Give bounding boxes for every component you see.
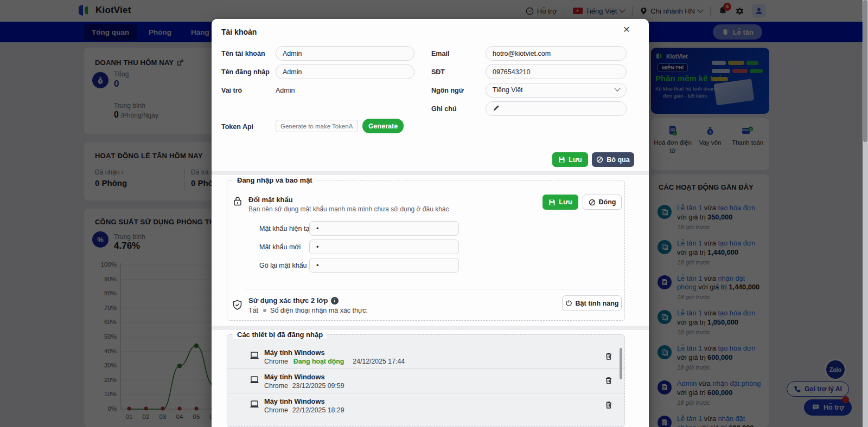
laptop-icon — [249, 351, 260, 360]
current-password-input[interactable] — [309, 221, 459, 236]
save-label: Lưu — [569, 156, 582, 164]
token-api-label: Token Api — [221, 123, 253, 131]
change-password-title: Đổi mật khẩu — [248, 196, 293, 204]
devices-fieldset: Máy tính Windows ChromeĐang hoạt động24/… — [227, 334, 625, 427]
close-icon[interactable]: × — [620, 22, 634, 36]
new-password-input[interactable] — [309, 240, 459, 254]
account-name-input[interactable] — [276, 46, 414, 61]
chevron-down-icon — [614, 85, 620, 91]
modal-title: Tài khoản — [221, 28, 257, 36]
device-row: Máy tính Windows Chrome22/12/2025 18:29 — [227, 393, 626, 418]
enable-2fa-label: Bật tính năng — [576, 300, 619, 307]
floppy-icon — [558, 156, 565, 163]
shield-check-icon — [233, 300, 242, 310]
floppy-icon — [548, 199, 556, 206]
language-select[interactable]: Tiếng Việt — [486, 83, 627, 98]
new-password-label: Mật khẩu mới — [259, 243, 301, 251]
login-name-label: Tên đăng nhập — [221, 68, 270, 76]
ban-icon — [596, 156, 603, 163]
device-status: Đang hoạt động — [293, 358, 344, 365]
password-save-button[interactable]: Lưu — [542, 195, 578, 210]
twofa-status-row: TắtSố điện thoại nhận mã xác thực: — [248, 307, 368, 314]
twofa-desc: Số điện thoại nhận mã xác thực: — [270, 307, 368, 314]
password-close-label: Đóng — [599, 198, 616, 206]
device-name: Máy tính Windows — [264, 373, 325, 381]
change-password-hint: Bạn nên sử dụng mật khẩu mạnh mà mình ch… — [248, 205, 449, 213]
note-input[interactable] — [486, 101, 627, 116]
device-datetime: 22/12/2025 18:29 — [292, 406, 344, 414]
password-save-label: Lưu — [559, 198, 572, 206]
device-name: Máy tính Windows — [264, 397, 325, 405]
laptop-icon — [249, 376, 260, 385]
device-datetime: 24/12/2025 17:44 — [353, 358, 405, 365]
divider — [243, 289, 623, 289]
email-label: Email — [431, 50, 449, 57]
login-name-input[interactable] — [276, 64, 414, 79]
device-browser: Chrome — [264, 406, 288, 414]
lock-icon — [233, 196, 242, 206]
device-name: Máy tính Windows — [264, 348, 325, 357]
role-label: Vai trò — [221, 87, 242, 94]
token-api-input[interactable] — [276, 120, 358, 132]
device-row: Máy tính Windows ChromeĐang hoạt động24/… — [227, 345, 626, 369]
ban-icon — [589, 199, 596, 206]
device-browser: Chrome — [264, 358, 288, 365]
account-modal: Tài khoản × Tên tài khoản Tên đăng nhập … — [212, 19, 649, 427]
device-browser: Chrome — [264, 382, 288, 390]
role-value: Admin — [276, 87, 295, 94]
language-value: Tiếng Việt — [493, 86, 523, 94]
devices-scrollbar-thumb[interactable] — [620, 348, 622, 379]
twofa-title: Sử dụng xác thực 2 lớp — [248, 296, 328, 305]
trash-icon[interactable] — [605, 352, 612, 360]
email-input[interactable] — [486, 46, 627, 61]
phone-input[interactable] — [486, 64, 627, 79]
page-scrollbar[interactable] — [863, 0, 868, 427]
power-icon — [565, 300, 572, 307]
phone-label: SĐT — [431, 68, 445, 76]
note-label: Ghi chú — [431, 105, 457, 113]
trash-icon[interactable] — [605, 400, 612, 409]
twofa-title-row: Sử dụng xác thực 2 lớpi — [248, 296, 339, 305]
security-legend: Đăng nhập và bảo mật — [233, 176, 316, 184]
device-datetime: 23/12/2025 09:59 — [292, 382, 344, 390]
skip-label: Bỏ qua — [607, 156, 629, 164]
skip-button[interactable]: Bỏ qua — [592, 152, 634, 167]
account-name-label: Tên tài khoản — [221, 50, 265, 57]
language-label: Ngôn ngữ — [431, 87, 464, 94]
scrollbar-thumb[interactable] — [863, 0, 867, 142]
save-button[interactable]: Lưu — [552, 152, 588, 167]
password-close-button[interactable]: Đóng — [583, 195, 622, 210]
enable-2fa-button[interactable]: Bật tính năng — [562, 295, 622, 311]
generate-token-button[interactable]: Generate — [362, 119, 404, 133]
devices-legend: Các thiết bị đã đăng nhập — [233, 331, 327, 339]
pencil-icon — [493, 105, 500, 112]
retype-password-input[interactable] — [309, 258, 459, 273]
trash-icon[interactable] — [605, 376, 612, 385]
info-icon[interactable]: i — [331, 297, 339, 305]
current-password-label: Mật khẩu hiện tại — [259, 225, 311, 232]
status-dot — [263, 309, 266, 312]
laptop-icon — [249, 400, 260, 409]
twofa-status: Tắt — [248, 307, 258, 314]
device-row: Máy tính Windows Chrome23/12/2025 09:59 — [227, 369, 626, 393]
